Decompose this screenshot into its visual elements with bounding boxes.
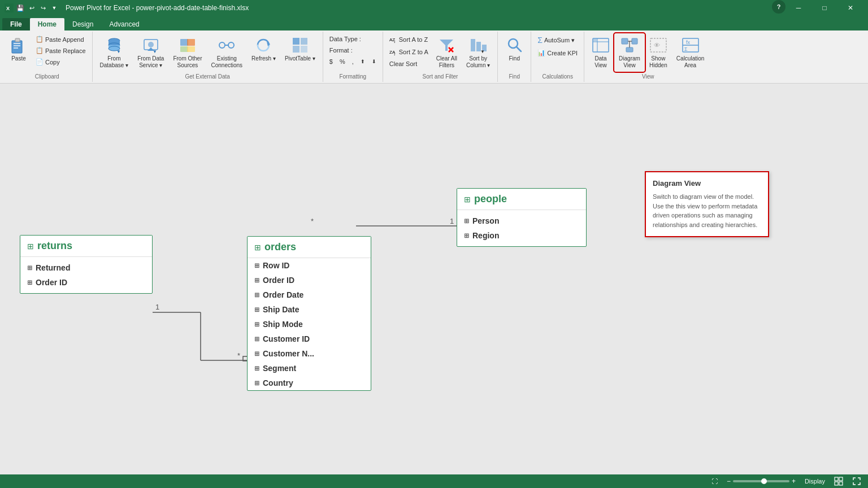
title-bar-left: X 💾 ↩ ↪ ▼ Power Pivot for Excel - power-…: [5, 3, 249, 12]
pivot-table-icon: [291, 36, 309, 54]
sort-a-to-z-button[interactable]: AZ↓ Sort A to Z: [387, 34, 431, 45]
clear-sort-button[interactable]: Clear Sort: [387, 59, 431, 69]
ribbon-group-formatting: Data Type : Format : $ % , ⬆ ⬇ Formattin…: [323, 32, 383, 82]
percent-button[interactable]: %: [337, 56, 348, 67]
from-other-sources-button[interactable]: From OtherSources: [169, 34, 206, 71]
window-controls[interactable]: ? ─ □ ✕: [772, 0, 863, 16]
existing-connections-icon: [218, 36, 236, 54]
people-field-person[interactable]: ⊞ Person: [457, 213, 586, 228]
data-type-button[interactable]: Data Type :: [327, 34, 364, 44]
fit-view-icon[interactable]: [852, 477, 861, 486]
svg-text:1: 1: [155, 303, 159, 311]
dec-increase-button[interactable]: ⬆: [358, 57, 368, 66]
returns-table-fields: ⊞ Returned ⊞ Order ID: [20, 257, 152, 293]
orders-field-country[interactable]: ⊞ Country: [248, 376, 371, 390]
svg-rect-26: [293, 46, 300, 53]
tab-home[interactable]: Home: [30, 18, 64, 30]
help-icon[interactable]: ?: [772, 0, 785, 14]
sort-buttons-col: AZ↓ Sort A to Z ZA↓ Sort Z to A Clear So…: [387, 34, 431, 69]
zoom-track[interactable]: [733, 480, 789, 482]
display-text: Display: [805, 478, 825, 485]
zoom-slider[interactable]: − +: [727, 477, 796, 485]
returns-field-returned[interactable]: ⊞ Returned: [20, 260, 152, 275]
copy-icon: 📄: [36, 58, 44, 66]
excel-icon: X: [5, 3, 14, 12]
create-kpi-button[interactable]: 📊 Create KPI: [535, 47, 580, 58]
people-field-region[interactable]: ⊞ Region: [457, 228, 586, 243]
field-label: Row ID: [263, 261, 289, 270]
diagram-view-button[interactable]: DiagramView: [615, 34, 644, 71]
refresh-button[interactable]: Refresh ▾: [248, 34, 280, 64]
svg-text:*: *: [311, 217, 314, 225]
from-data-service-button[interactable]: ▼ From DataService ▾: [133, 34, 168, 71]
create-kpi-label: Create KPI: [547, 50, 578, 56]
save-icon[interactable]: 💾: [16, 3, 25, 12]
show-hidden-button[interactable]: 👁 ShowHidden: [645, 34, 671, 71]
ribbon-group-sort-filter: AZ↓ Sort A to Z ZA↓ Sort Z to A Clear So…: [383, 32, 498, 82]
sort-a-to-z-label: Sort A to Z: [399, 36, 428, 43]
pivot-table-button[interactable]: PivotTable ▾: [281, 34, 319, 64]
sigma-icon: Σ: [537, 36, 542, 45]
returns-field-order-id[interactable]: ⊞ Order ID: [20, 275, 152, 290]
returns-table[interactable]: ⊞ returns ⊞ Returned ⊞ Order ID: [20, 235, 153, 294]
orders-field-order-id[interactable]: ⊞ Order ID: [248, 273, 371, 287]
orders-field-customer-id[interactable]: ⊞ Customer ID: [248, 332, 371, 346]
sort-by-column-label: Sort byColumn ▾: [466, 55, 490, 69]
field-icon: ⊞: [27, 279, 32, 286]
orders-table-fields[interactable]: ⊞ Row ID ⊞ Order ID ⊞ Order Date ⊞ Ship …: [248, 258, 371, 390]
redo-icon[interactable]: ↪: [38, 3, 47, 12]
sort-by-column-button[interactable]: ▼ Sort byColumn ▾: [462, 34, 494, 71]
close-button[interactable]: ✕: [837, 0, 863, 16]
tab-file[interactable]: File: [2, 18, 30, 30]
zoom-minus[interactable]: −: [727, 477, 731, 485]
orders-field-order-date[interactable]: ⊞ Order Date: [248, 287, 371, 302]
autosum-label: AutoSum: [544, 37, 570, 43]
svg-rect-5: [14, 45, 20, 46]
orders-field-ship-date[interactable]: ⊞ Ship Date: [248, 302, 371, 317]
orders-field-customer-name[interactable]: ⊞ Customer N...: [248, 346, 371, 361]
clear-sort-label: Clear Sort: [389, 60, 418, 67]
ribbon-group-calculations: Σ AutoSum ▾ 📊 Create KPI Calculations: [531, 32, 584, 82]
paste-append-button[interactable]: 📋 Paste Append: [33, 34, 89, 45]
customize-icon[interactable]: ▼: [50, 3, 59, 12]
tab-advanced[interactable]: Advanced: [101, 18, 147, 30]
maximize-button[interactable]: □: [811, 0, 837, 16]
data-view-label: DataView: [594, 55, 607, 69]
from-database-button[interactable]: ▼ FromDatabase ▾: [96, 34, 133, 71]
autosum-button[interactable]: Σ AutoSum ▾: [535, 34, 578, 46]
paste-button[interactable]: Paste: [6, 34, 32, 64]
svg-text:1: 1: [450, 217, 454, 225]
svg-rect-66: [835, 477, 838, 481]
orders-table[interactable]: ⊞ orders ⊞ Row ID ⊞ Order ID ⊞ Order Dat…: [247, 236, 371, 391]
find-button[interactable]: Find: [501, 34, 527, 64]
paste-replace-button[interactable]: 📋 Paste Replace: [33, 45, 89, 56]
data-type-label: Data Type :: [329, 36, 361, 42]
calculations-group-label: Calculations: [542, 71, 572, 80]
diagram-canvas[interactable]: 1 * * 1 ⊞ returns ⊞ Returned ⊞ Order ID: [0, 84, 868, 474]
calculation-area-button[interactable]: fx Σ CalculationArea: [672, 34, 708, 71]
format-button[interactable]: Format :: [327, 45, 355, 55]
svg-rect-46: [626, 47, 633, 52]
dec-decrease-button[interactable]: ⬇: [369, 57, 379, 66]
comma-button[interactable]: ,: [349, 56, 357, 67]
undo-icon[interactable]: ↩: [27, 3, 36, 12]
copy-button[interactable]: 📄 Copy: [33, 56, 89, 67]
zoom-plus[interactable]: +: [792, 477, 796, 485]
zoom-thumb[interactable]: [761, 478, 767, 484]
clear-all-filters-button[interactable]: Clear AllFilters: [432, 34, 461, 71]
orders-field-segment[interactable]: ⊞ Segment: [248, 361, 371, 376]
orders-field-row-id[interactable]: ⊞ Row ID: [248, 258, 371, 273]
data-view-button[interactable]: DataView: [588, 34, 614, 71]
svg-text:fx: fx: [686, 40, 691, 45]
existing-connections-button[interactable]: ExistingConnections: [207, 34, 247, 71]
svg-rect-27: [301, 46, 307, 53]
currency-button[interactable]: $: [327, 56, 336, 67]
title-bar: X 💾 ↩ ↪ ▼ Power Pivot for Excel - power-…: [0, 0, 868, 16]
people-table[interactable]: ⊞ people ⊞ Person ⊞ Region: [457, 188, 587, 247]
minimize-button[interactable]: ─: [785, 0, 811, 16]
find-label: Find: [509, 55, 520, 62]
orders-field-ship-mode[interactable]: ⊞ Ship Mode: [248, 317, 371, 332]
sort-z-to-a-button[interactable]: ZA↓ Sort Z to A: [387, 46, 431, 58]
grid-view-icon[interactable]: [834, 477, 843, 486]
tab-design[interactable]: Design: [64, 18, 101, 30]
